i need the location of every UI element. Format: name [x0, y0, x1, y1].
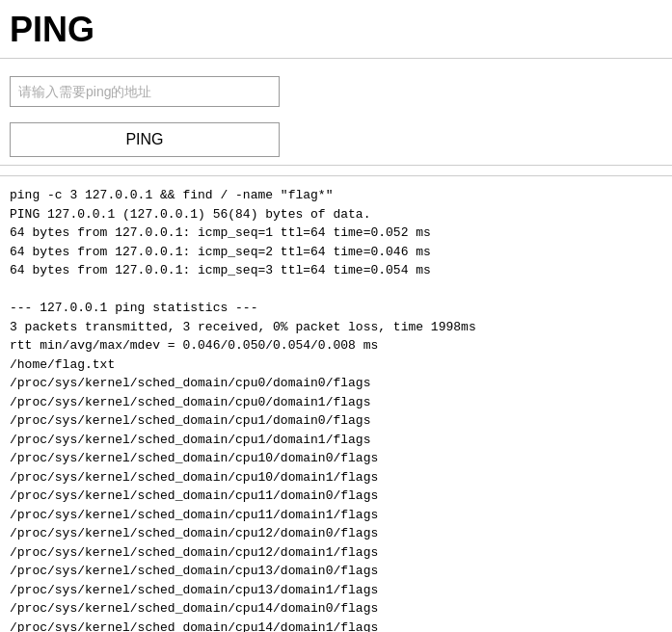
top-divider — [0, 58, 672, 59]
ping-input[interactable] — [10, 76, 280, 107]
output-divider — [0, 165, 672, 166]
page-title: PING — [0, 0, 672, 58]
ping-button[interactable]: PING — [10, 122, 280, 157]
output-area: ping -c 3 127.0.0.1 && find / -name "fla… — [0, 175, 672, 632]
